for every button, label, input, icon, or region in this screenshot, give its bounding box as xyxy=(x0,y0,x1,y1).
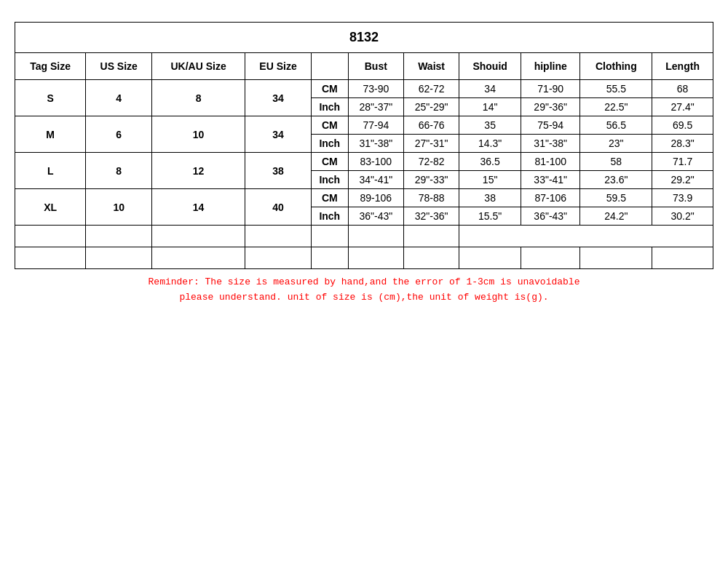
table-row: S4834CM73-9062-723471-9055.568 xyxy=(15,80,713,98)
us-size-cell: 10 xyxy=(86,189,152,226)
length-cell: 30.2" xyxy=(652,207,713,226)
tag-size-cell: L xyxy=(15,153,86,189)
should-cell: 35 xyxy=(459,116,521,135)
empty-cell xyxy=(403,226,459,247)
us-size-cell: 8 xyxy=(86,153,152,189)
waist-cell: 25"-29" xyxy=(403,98,459,116)
bust-cell: 73-90 xyxy=(348,80,403,98)
length-cell: 73.9 xyxy=(652,189,713,207)
us-size-cell: 6 xyxy=(86,116,152,153)
empty-row xyxy=(15,247,713,269)
page-container: 8132 Tag Size US Size UK/AU Size EU Size… xyxy=(15,22,713,306)
waist-cell: 32"-36" xyxy=(403,207,459,226)
ukau-size-cell: 8 xyxy=(152,80,245,116)
table-row: XL101440CM89-10678-883887-10659.573.9 xyxy=(15,189,713,207)
unit-cell: CM xyxy=(311,153,348,171)
col-clothing: Clothing xyxy=(580,53,652,80)
hipline-cell: 71-90 xyxy=(521,80,580,98)
eu-size-cell: 40 xyxy=(245,189,312,226)
table-body: S4834CM73-9062-723471-9055.568Inch28"-37… xyxy=(15,80,713,269)
col-hipline: hipline xyxy=(521,53,580,80)
empty-cell xyxy=(311,226,348,247)
empty-cell xyxy=(652,247,713,269)
clothing-cell: 59.5 xyxy=(580,189,652,207)
length-cell: 29.2" xyxy=(652,171,713,189)
waist-cell: 72-82 xyxy=(403,153,459,171)
empty-cell xyxy=(245,226,312,247)
length-cell: 68 xyxy=(652,80,713,98)
clothing-cell: 58 xyxy=(580,153,652,171)
col-ukau-size: UK/AU Size xyxy=(152,53,245,80)
col-should: Shouid xyxy=(459,53,521,80)
hipline-cell: 75-94 xyxy=(521,116,580,135)
tag-size-cell: M xyxy=(15,116,86,153)
clothing-cell: 56.5 xyxy=(580,116,652,135)
ukau-size-cell: 14 xyxy=(152,189,245,226)
ukau-size-cell: 12 xyxy=(152,153,245,189)
hipline-cell: 36"-43" xyxy=(521,207,580,226)
unit-cell: Inch xyxy=(311,207,348,226)
title-row: 8132 xyxy=(15,23,713,53)
bust-cell: 28"-37" xyxy=(348,98,403,116)
table-row: M61034CM77-9466-763575-9456.569.5 xyxy=(15,116,713,135)
waist-cell: 27"-31" xyxy=(403,135,459,153)
size-table: 8132 Tag Size US Size UK/AU Size EU Size… xyxy=(15,22,713,269)
empty-cell xyxy=(86,226,152,247)
empty-cell xyxy=(580,247,652,269)
clothing-cell: 23.6" xyxy=(580,171,652,189)
col-unit xyxy=(311,53,348,80)
length-cell: 69.5 xyxy=(652,116,713,135)
should-cell: 36.5 xyxy=(459,153,521,171)
unit-cell: Inch xyxy=(311,135,348,153)
col-us-size: US Size xyxy=(86,53,152,80)
ukau-size-cell: 10 xyxy=(152,116,245,153)
bust-cell: 77-94 xyxy=(348,116,403,135)
col-tag-size: Tag Size xyxy=(15,53,86,80)
waist-cell: 66-76 xyxy=(403,116,459,135)
us-size-cell: 4 xyxy=(86,80,152,116)
tag-size-cell: S xyxy=(15,80,86,116)
col-bust: Bust xyxy=(348,53,403,80)
reminder-line2: please understand. unit of size is (cm),… xyxy=(15,290,713,306)
length-cell: 28.3" xyxy=(652,135,713,153)
bust-cell: 34"-41" xyxy=(348,171,403,189)
hipline-cell: 31"-38" xyxy=(521,135,580,153)
empty-cell xyxy=(459,247,521,269)
unit-cell: Inch xyxy=(311,171,348,189)
empty-tag xyxy=(15,247,86,269)
empty-cell xyxy=(152,226,245,247)
should-cell: 15" xyxy=(459,171,521,189)
should-cell: 38 xyxy=(459,189,521,207)
reminder: Reminder: The size is measured by hand,a… xyxy=(15,275,713,306)
clothing-cell: 24.2" xyxy=(580,207,652,226)
empty-cell xyxy=(311,247,348,269)
empty-us xyxy=(86,247,152,269)
hipline-cell: 29"-36" xyxy=(521,98,580,116)
empty-row xyxy=(15,226,713,247)
empty-cell xyxy=(521,247,580,269)
empty-ukau xyxy=(152,247,245,269)
unit-cell: Inch xyxy=(311,98,348,116)
should-cell: 15.5" xyxy=(459,207,521,226)
tag-size-cell: XL xyxy=(15,189,86,226)
eu-size-cell: 38 xyxy=(245,153,312,189)
table-row: L81238CM83-10072-8236.581-1005871.7 xyxy=(15,153,713,171)
unit-cell: CM xyxy=(311,80,348,98)
length-cell: 71.7 xyxy=(652,153,713,171)
col-waist: Waist xyxy=(403,53,459,80)
waist-cell: 29"-33" xyxy=(403,171,459,189)
should-cell: 34 xyxy=(459,80,521,98)
unit-cell: CM xyxy=(311,116,348,135)
empty-cell xyxy=(15,226,86,247)
eu-size-cell: 34 xyxy=(245,116,312,153)
reminder-line1: Reminder: The size is measured by hand,a… xyxy=(15,275,713,290)
hipline-cell: 33"-41" xyxy=(521,171,580,189)
bust-cell: 89-106 xyxy=(348,189,403,207)
length-cell: 27.4" xyxy=(652,98,713,116)
unit-cell: CM xyxy=(311,189,348,207)
table-title: 8132 xyxy=(15,23,713,53)
col-length: Length xyxy=(652,53,713,80)
empty-cell xyxy=(348,226,403,247)
bust-cell: 31"-38" xyxy=(348,135,403,153)
clothing-cell: 22.5" xyxy=(580,98,652,116)
